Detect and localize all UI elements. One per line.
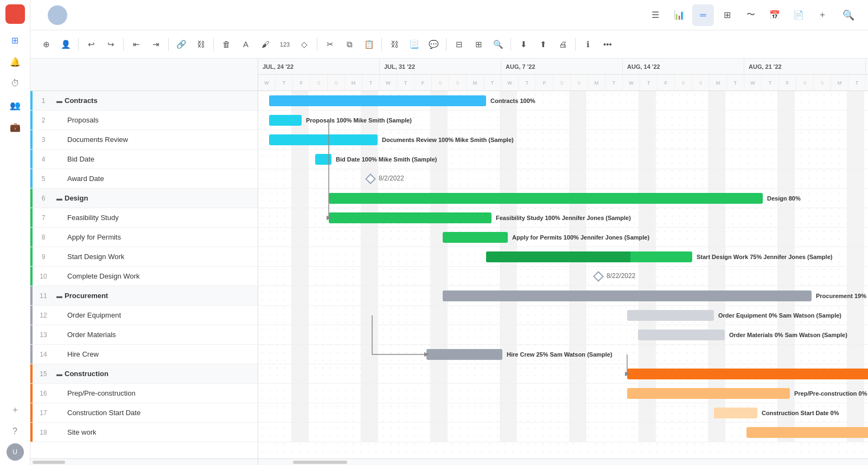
gantt-bar[interactable]: Feasibility Study 100% Jennifer Jones (S…	[329, 212, 492, 223]
task-name-label: Site work	[67, 428, 96, 436]
gantt-bar[interactable]	[746, 427, 868, 438]
sidebar-notifications-icon[interactable]: 🔔	[5, 52, 25, 72]
day-cell: S	[814, 75, 831, 91]
doc-view-icon[interactable]: 📄	[788, 4, 809, 26]
day-cell: F	[293, 75, 310, 91]
task-row[interactable]: 8Apply for Permits	[30, 228, 258, 247]
task-row[interactable]: 11▬ Procurement	[30, 286, 258, 306]
gantt-bar[interactable]: Design 80%	[329, 193, 763, 204]
sidebar-portfolio-icon[interactable]: 💼	[5, 117, 25, 137]
task-row[interactable]: 9Start Design Work	[30, 247, 258, 267]
task-number: 4	[33, 156, 54, 163]
task-row[interactable]: 14Hire Crew	[30, 345, 258, 364]
collapse-icon[interactable]: ▬	[56, 195, 62, 202]
app-logo[interactable]	[5, 4, 25, 24]
undo-button[interactable]: ↩	[82, 36, 100, 53]
gantt-bar[interactable]: Prep/Pre-construction 0%	[627, 388, 790, 399]
gantt-bar[interactable]: Order Materials 0% Sam Watson (Sample)	[638, 330, 725, 340]
task-row[interactable]: 5Award Date	[30, 169, 258, 189]
split-button[interactable]: ⊟	[450, 36, 468, 53]
sidebar-add-icon[interactable]: ＋	[5, 400, 25, 419]
text-button[interactable]: A	[237, 36, 255, 53]
gantt-bar[interactable]: Order Equipment 0% Sam Watson (Sample)	[627, 310, 714, 321]
gantt-scrollbar[interactable]	[258, 458, 868, 465]
unlink-button[interactable]: ⛓	[192, 36, 210, 53]
gantt-bar[interactable]: Construction Start Date 0%	[714, 408, 757, 418]
all-filter[interactable]	[37, 73, 43, 77]
add-view-icon[interactable]: ＋	[812, 4, 833, 26]
sidebar-time-icon[interactable]: ⏱	[5, 74, 25, 93]
calendar-view-icon[interactable]: 📅	[764, 4, 786, 26]
gantt-bar[interactable]: Contracts 100%	[269, 95, 486, 106]
task-row[interactable]: 6▬ Design	[30, 189, 258, 208]
gantt-bar[interactable]: Procurement 19%	[443, 290, 812, 301]
doc-button[interactable]: 📃	[405, 36, 423, 53]
copy-button[interactable]: ⧉	[340, 36, 359, 53]
gantt-view-icon[interactable]: ═	[692, 4, 714, 26]
task-number: 11	[33, 292, 54, 300]
sidebar-home-icon[interactable]: ⊞	[5, 30, 25, 50]
collapse-icon[interactable]: ▬	[56, 293, 62, 299]
task-number: 18	[33, 429, 54, 436]
task-row[interactable]: 1▬ Contracts	[30, 91, 258, 111]
delete-button[interactable]: 🗑	[217, 36, 235, 53]
gantt-bar[interactable]: Bid Date 100% Mike Smith (Sample)	[315, 154, 331, 165]
gantt-bar[interactable]: Start Design Work 75% Jennifer Jones (Sa…	[486, 251, 692, 262]
task-row[interactable]: 15▬ Construction	[30, 364, 258, 384]
link-button[interactable]: 🔗	[172, 36, 190, 53]
number-button[interactable]: 123	[276, 36, 294, 53]
task-row[interactable]: 2Proposals	[30, 111, 258, 130]
divider-4	[213, 38, 214, 51]
task-row[interactable]: 13Order Materials	[30, 325, 258, 345]
cut-button[interactable]: ✂	[321, 36, 339, 53]
user-avatar[interactable]: U	[7, 443, 24, 461]
collapse-icon[interactable]: ▬	[56, 98, 62, 104]
table-button[interactable]: ⊞	[469, 36, 488, 53]
scroll-thumb[interactable]	[33, 461, 65, 464]
task-row[interactable]: 7Feasibility Study	[30, 208, 258, 228]
task-row[interactable]: 16Prep/Pre-construction	[30, 384, 258, 403]
gantt-scroll-thumb[interactable]	[293, 461, 347, 464]
divider-7	[446, 38, 446, 51]
gantt-bar[interactable]	[627, 369, 868, 379]
paste-button[interactable]: 📋	[360, 36, 378, 53]
list-view-icon[interactable]: ☰	[644, 4, 666, 26]
info-button[interactable]: ℹ	[579, 36, 597, 53]
chain-button[interactable]: ⛓	[385, 36, 404, 53]
table-view-icon[interactable]: ⊞	[716, 4, 738, 26]
outdent-button[interactable]: ⇤	[127, 36, 145, 53]
gantt-bar[interactable]: Hire Crew 25% Sam Watson (Sample)	[426, 349, 502, 360]
collapse-icon[interactable]: ▬	[56, 371, 62, 377]
diamond-button[interactable]: ◇	[295, 36, 314, 53]
chat-button[interactable]: 💬	[424, 36, 443, 53]
add-task-button[interactable]: ⊕	[37, 36, 55, 53]
add-person-button[interactable]: 👤	[56, 36, 75, 53]
share-button[interactable]: ⬆	[534, 36, 552, 53]
day-cell: F	[658, 75, 675, 91]
task-row[interactable]: 4Bid Date	[30, 150, 258, 169]
more-button[interactable]: •••	[598, 36, 617, 53]
task-row[interactable]: 12Order Equipment	[30, 306, 258, 325]
sidebar-team-icon[interactable]: 👥	[5, 95, 25, 115]
gantt-bar[interactable]: Proposals 100% Mike Smith (Sample)	[269, 115, 302, 126]
day-cell: M	[588, 75, 605, 91]
task-row[interactable]: 3Documents Review	[30, 130, 258, 150]
task-row[interactable]: 17Construction Start Date	[30, 403, 258, 423]
task-row[interactable]: 10Complete Design Work	[30, 267, 258, 286]
task-row[interactable]: 18Site work	[30, 423, 258, 442]
indent-button[interactable]: ⇥	[146, 36, 165, 53]
divider-9	[575, 38, 576, 51]
horizontal-scrollbar[interactable]	[30, 458, 258, 465]
sidebar-help-icon[interactable]: ?	[5, 422, 25, 441]
paint-button[interactable]: 🖌	[256, 36, 275, 53]
search-icon[interactable]: 🔍	[838, 4, 859, 26]
gantt-bar[interactable]: Documents Review 100% Mike Smith (Sample…	[269, 134, 378, 145]
export-button[interactable]: ⬇	[514, 36, 533, 53]
redo-button[interactable]: ↪	[101, 36, 120, 53]
wave-view-icon[interactable]: 〜	[740, 4, 762, 26]
zoom-button[interactable]: 🔍	[489, 36, 507, 53]
chart-view-icon[interactable]: 📊	[668, 4, 690, 26]
gantt-bar[interactable]: Apply for Permits 100% Jennifer Jones (S…	[443, 232, 508, 243]
day-cell: T	[605, 75, 623, 91]
print-button[interactable]: 🖨	[553, 36, 572, 53]
